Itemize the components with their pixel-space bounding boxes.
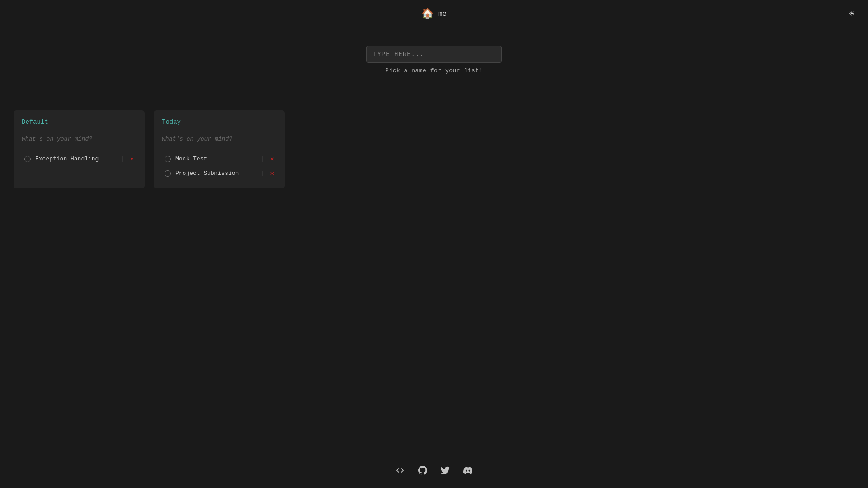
todo-label: Mock Test: [175, 155, 256, 162]
delete-icon[interactable]: ✕: [130, 156, 134, 162]
delete-icon[interactable]: ✕: [270, 156, 274, 162]
card-default: Default Exception Handling | ✕: [14, 110, 145, 188]
todo-label: Exception Handling: [35, 155, 116, 162]
card-default-input[interactable]: [22, 133, 137, 145]
github-icon[interactable]: [418, 466, 427, 477]
header-right: ☀: [849, 8, 854, 19]
list-hint: Pick a name for your list!: [385, 67, 483, 74]
theme-toggle-icon[interactable]: ☀: [849, 9, 854, 19]
card-default-title: Default: [22, 118, 137, 126]
list-name-input[interactable]: [366, 46, 502, 63]
separator: |: [120, 156, 123, 162]
separator: |: [260, 156, 264, 162]
header-title: me: [438, 10, 447, 18]
discord-icon[interactable]: [463, 466, 472, 477]
code-icon[interactable]: [396, 466, 405, 477]
main-content: Pick a name for your list!: [0, 28, 868, 74]
cards-container: Default Exception Handling | ✕ Today Moc…: [7, 110, 868, 188]
todo-label: Project Submission: [175, 170, 256, 177]
footer: [396, 466, 472, 477]
header: 🏠 me ☀: [0, 0, 868, 28]
todo-checkbox[interactable]: [165, 156, 171, 162]
header-center: 🏠 me: [421, 8, 447, 20]
table-row: Project Submission | ✕: [162, 166, 277, 180]
card-today: Today Mock Test | ✕ Project Submission |…: [154, 110, 285, 188]
header-logo-icon: 🏠: [421, 8, 434, 20]
separator: |: [260, 170, 264, 177]
todo-checkbox[interactable]: [24, 156, 31, 162]
twitter-icon[interactable]: [441, 466, 450, 477]
todo-checkbox[interactable]: [165, 170, 171, 177]
card-today-input[interactable]: [162, 133, 277, 145]
table-row: Exception Handling | ✕: [22, 152, 137, 166]
delete-icon[interactable]: ✕: [270, 170, 274, 177]
card-today-title: Today: [162, 118, 277, 126]
table-row: Mock Test | ✕: [162, 152, 277, 166]
